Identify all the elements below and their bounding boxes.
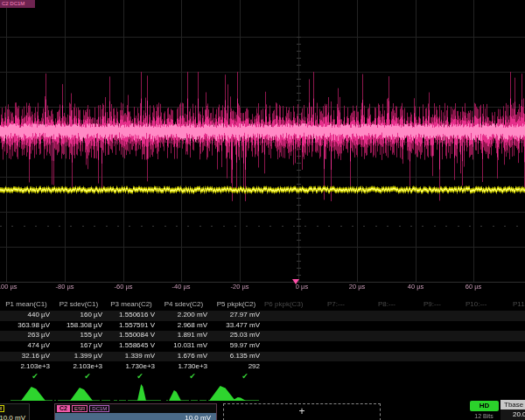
time-axis-label: 40 µs: [396, 283, 435, 290]
measurement-cell-num: 1.730e+3: [107, 362, 155, 370]
measurement-cell-sdev: 1.339 mV: [107, 352, 155, 360]
c2-vdiv-value: 10.0 mV: [55, 413, 216, 420]
tbase-label: Tbase: [500, 400, 525, 410]
hd-bits-label: 12 Bits: [466, 413, 501, 419]
time-axis-label: -80 µs: [46, 283, 84, 290]
measurement-status-check: ✔: [26, 372, 44, 381]
measurement-cell-num: 2.103e+3: [54, 362, 102, 370]
measurement-cell-sdev: 6.135 mV: [212, 352, 260, 360]
measurement-status-check: ✔: [236, 372, 254, 381]
measurement-cell-mean: 158.308 µV: [54, 321, 102, 329]
time-axis-label: -20 µs: [220, 283, 259, 290]
measurement-cell-min: 1.891 mV: [159, 331, 207, 339]
measurement-cell-min: 263 µV: [2, 331, 50, 339]
measurement-status-check: ✔: [184, 372, 201, 381]
measurement-cell-value: 160 µV: [54, 311, 102, 318]
time-axis-label: 60 µs: [454, 283, 493, 290]
measurement-cell-value: 440 µV: [2, 311, 50, 318]
channel-descriptor-c2[interactable]: C2 ESR DC1M 10.0 mV: [54, 403, 217, 420]
measurement-status-check: ✔: [131, 372, 149, 381]
measurement-column-header[interactable]: P4 sdev(C2): [158, 300, 210, 308]
trace-annotation-badge: C2 DC1M: [0, 0, 35, 8]
c1-tag-row: C1 DC1M: [0, 404, 29, 413]
time-axis-label: -100 µs: [0, 283, 25, 290]
measurement-column-header[interactable]: P2 sdev(C1): [52, 300, 105, 308]
c1-vdiv-value: 10.0 mV: [0, 413, 29, 420]
measurement-cell-value: 1.550616 V: [107, 311, 155, 318]
measurement-cell-value: 2.200 mV: [159, 311, 207, 318]
measurement-cell-min: 155 µV: [54, 331, 102, 339]
measurement-cell-sdev: 32.16 µV: [2, 352, 50, 360]
measurement-cell-max: 10.031 mV: [159, 341, 207, 349]
measurement-column-header-empty[interactable]: P7:---: [327, 300, 345, 308]
measurement-cell-mean: 1.557591 V: [107, 321, 155, 329]
measurement-column-header[interactable]: P3 mean(C2): [105, 300, 158, 308]
measurement-cell-mean: 33.477 mV: [212, 321, 260, 329]
measurement-column-header-empty[interactable]: P6 pkpk(C3): [264, 300, 303, 308]
hd-mode-badge[interactable]: HD: [470, 401, 499, 411]
tbase-value: 20.0 µs: [500, 410, 525, 420]
measurement-cell-max: 59.97 mV: [212, 341, 260, 349]
time-axis-label: -60 µs: [104, 283, 143, 290]
oscilloscope-screen: C2 DC1M -100 µs-80 µs-60 µs-40 µs-20 µs0…: [0, 0, 525, 420]
plus-icon: +: [298, 405, 304, 417]
timebase-descriptor[interactable]: Tbase 20.0 µs: [500, 400, 525, 420]
time-axis-label: -40 µs: [162, 283, 200, 290]
c2-esr-tag: ESR: [72, 405, 88, 412]
measurement-column-header[interactable]: P5 pkpk(C2): [210, 300, 262, 308]
measurement-cell-max: 1.558645 V: [107, 341, 155, 349]
c2-tag-row: C2 ESR DC1M: [55, 404, 216, 413]
measurement-cell-sdev: 1.399 µV: [54, 352, 102, 360]
measurement-column-header-empty[interactable]: P10:---: [466, 300, 486, 308]
channel-descriptor-c1[interactable]: C1 DC1M 10.0 mV: [0, 403, 30, 420]
measurement-cell-mean: 2.968 mV: [159, 321, 207, 329]
measurement-column-header-empty[interactable]: P8:---: [378, 300, 396, 308]
time-axis-label: 20 µs: [338, 283, 376, 290]
measurement-cell-mean: 363.98 µV: [2, 321, 50, 329]
add-trace-button[interactable]: +: [223, 403, 381, 420]
descriptor-bar: C1 DC1M 10.0 mV C2 ESR DC1M 10.0 mV + HD…: [0, 398, 525, 420]
measurement-cell-sdev: 1.676 mV: [159, 352, 207, 360]
c1-coupling-tag: DC1M: [0, 405, 4, 412]
measurement-cell-min: 25.03 mV: [212, 331, 260, 339]
measurement-column-header[interactable]: P1 mean(C1): [0, 300, 52, 308]
c2-badge: C2: [57, 405, 70, 412]
measurement-cell-num: 1.730e+3: [159, 362, 207, 370]
measurement-cell-max: 167 µV: [54, 341, 102, 349]
measurement-cell-num: 2.103e+3: [2, 362, 50, 370]
measurement-cell-value: 27.97 mV: [212, 311, 260, 318]
measurement-status-check: ✔: [79, 372, 96, 381]
measurement-cell-max: 474 µV: [2, 341, 50, 349]
c2-coupling-tag: DC1M: [89, 405, 109, 412]
measurement-column-header-empty[interactable]: P9:---: [424, 300, 441, 308]
measurement-column-header-empty[interactable]: P11:---: [513, 300, 525, 308]
measurement-cell-min: 1.550084 V: [107, 331, 155, 339]
trigger-position-marker[interactable]: [292, 279, 299, 284]
time-axis-label: 0 µs: [283, 283, 321, 290]
measurement-cell-num: 292: [212, 362, 260, 370]
